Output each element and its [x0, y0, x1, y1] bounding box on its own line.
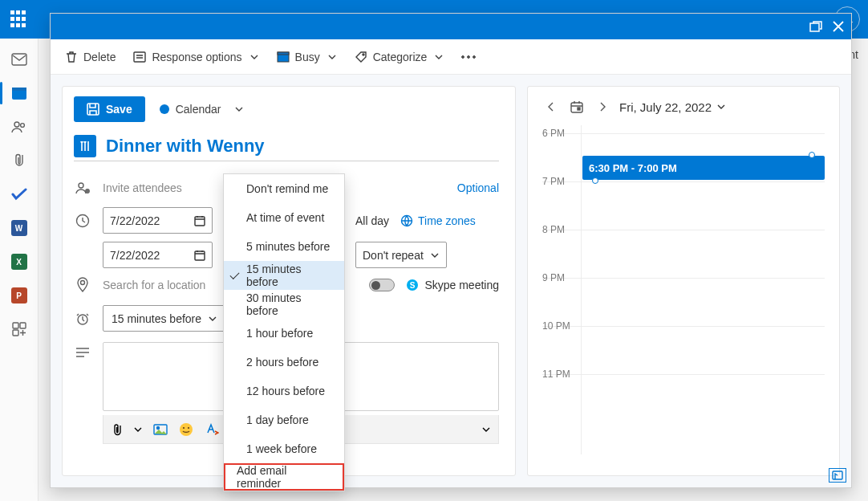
delete-button[interactable]: Delete [65, 51, 116, 63]
svg-point-4 [20, 124, 24, 128]
svg-point-32 [180, 423, 193, 436]
reminder-select[interactable]: 15 minutes before [103, 305, 226, 332]
rail-mail[interactable] [8, 50, 30, 69]
svg-rect-0 [12, 54, 26, 65]
svg-rect-35 [571, 103, 582, 112]
image-icon[interactable] [153, 424, 168, 435]
svg-rect-14 [278, 52, 289, 55]
dialog-toolbar: Delete Response options Busy Categorize [51, 39, 851, 75]
calendar-picker[interactable]: Calendar [160, 103, 244, 116]
svg-point-15 [363, 54, 364, 55]
svg-rect-19 [87, 104, 99, 115]
dialog-titlebar [51, 14, 851, 39]
people-icon [74, 181, 91, 194]
svg-rect-6 [20, 323, 26, 328]
reminder-option-5min[interactable]: 5 minutes before [224, 232, 344, 261]
popout-icon[interactable] [809, 21, 822, 32]
clock-icon [74, 214, 91, 228]
chevron-down-icon[interactable] [134, 426, 142, 434]
rail-people[interactable] [8, 117, 30, 136]
svg-rect-25 [195, 251, 205, 260]
svg-point-26 [81, 281, 85, 285]
repeat-select[interactable]: Don't repeat [355, 242, 447, 268]
toolbar-overflow[interactable] [461, 55, 476, 59]
rail-powerpoint[interactable]: P [8, 286, 30, 305]
rail-word[interactable]: W [8, 218, 30, 238]
reminder-option-30min[interactable]: 30 minutes before [224, 290, 344, 319]
rail-calendar[interactable] [8, 84, 30, 103]
location-icon [74, 277, 91, 293]
reminder-option-2hr[interactable]: 2 hours before [224, 348, 344, 377]
immersive-reader-icon[interactable] [829, 468, 846, 483]
svg-point-31 [157, 426, 160, 429]
svg-point-34 [188, 426, 189, 428]
svg-rect-12 [134, 52, 145, 62]
online-meeting-toggle[interactable] [369, 279, 395, 291]
calendar-color-dot [160, 104, 169, 114]
reminder-option-1day[interactable]: 1 day before [224, 405, 344, 434]
reminder-option-none[interactable]: Don't remind me [224, 174, 344, 203]
svg-rect-36 [578, 108, 580, 110]
day-preview-panel: Fri, July 22, 2022 6 PM 7 PM 8 PM 9 PM 1… [527, 86, 840, 476]
left-rail: W X P [0, 39, 39, 501]
reminder-option-15min[interactable]: 15 minutes before [224, 261, 344, 290]
reminder-option-attime[interactable]: At time of event [224, 203, 344, 232]
reminder-option-1week[interactable]: 1 week before [224, 434, 344, 463]
svg-rect-2 [12, 88, 26, 91]
svg-point-3 [14, 122, 19, 127]
reminder-icon [74, 312, 91, 326]
svg-point-18 [473, 55, 476, 58]
svg-point-16 [462, 55, 464, 58]
format-icon[interactable] [205, 423, 219, 436]
save-button[interactable]: Save [74, 96, 145, 122]
event-category-icon[interactable] [74, 135, 96, 157]
event-dialog: Delete Response options Busy Categorize … [50, 13, 852, 488]
close-icon[interactable] [832, 20, 845, 33]
next-day-button[interactable] [594, 98, 611, 116]
emoji-icon[interactable] [179, 422, 193, 437]
today-button[interactable] [568, 98, 586, 116]
description-icon [74, 347, 91, 358]
event-title[interactable]: Dinner with Wenny [106, 136, 265, 157]
day-title[interactable]: Fri, July 22, 2022 [619, 100, 726, 114]
app-launcher-icon[interactable] [8, 8, 30, 31]
reminder-option-12hr[interactable]: 12 hours before [224, 377, 344, 405]
rail-todo[interactable] [8, 185, 30, 204]
start-date-input[interactable]: 7/22/2022 [103, 207, 213, 234]
response-options-button[interactable]: Response options [133, 51, 258, 63]
attach-icon[interactable] [112, 423, 123, 436]
rail-files[interactable] [8, 151, 30, 170]
svg-rect-7 [13, 330, 18, 336]
editor-more-icon[interactable] [482, 426, 490, 434]
svg-rect-11 [810, 23, 819, 31]
svg-point-20 [79, 183, 83, 188]
svg-text:S: S [410, 281, 416, 290]
all-day-label: All day [355, 214, 389, 227]
optional-link[interactable]: Optional [457, 181, 499, 194]
add-email-reminder[interactable]: Add email reminder [224, 463, 344, 491]
svg-point-33 [183, 426, 185, 428]
reminder-option-1hr[interactable]: 1 hour before [224, 319, 344, 348]
time-zones-button[interactable]: Time zones [400, 214, 476, 227]
event-block[interactable]: 6:30 PM - 7:00 PM [582, 156, 825, 180]
categorize-button[interactable]: Categorize [355, 51, 444, 63]
svg-rect-5 [13, 323, 18, 328]
rail-more-apps[interactable] [8, 320, 30, 339]
svg-rect-23 [195, 217, 205, 226]
prev-day-button[interactable] [542, 98, 560, 116]
rail-excel[interactable]: X [8, 252, 30, 271]
timeline[interactable]: 6 PM 7 PM 8 PM 9 PM 10 PM 11 PM 6:30 PM … [542, 125, 825, 454]
svg-point-17 [468, 55, 470, 58]
end-date-input[interactable]: 7/22/2022 [103, 242, 213, 268]
reminder-menu: Don't remind me At time of event 5 minut… [223, 173, 345, 491]
skype-meeting-label: S Skype meeting [406, 279, 499, 291]
busy-button[interactable]: Busy [277, 51, 337, 63]
